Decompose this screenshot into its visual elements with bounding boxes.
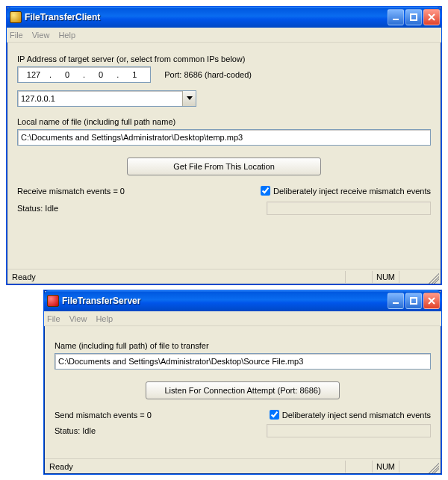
svg-rect-1	[411, 14, 417, 20]
close-icon	[428, 13, 435, 21]
chevron-down-icon	[187, 96, 193, 101]
server-statusbar: Ready NUM	[45, 458, 441, 473]
svg-rect-3	[411, 298, 417, 304]
close-button[interactable]	[423, 9, 440, 25]
statusbar-ready: Ready	[46, 462, 345, 471]
server-title: FileTransferServer	[62, 296, 388, 306]
dropdown-button[interactable]	[182, 91, 196, 106]
client-menubar: File View Help	[7, 28, 441, 43]
maximize-button[interactable]	[405, 9, 422, 25]
server-window: FileTransferServer File View Help Name (…	[43, 290, 442, 475]
file-path-input[interactable]	[17, 129, 431, 146]
maximize-button[interactable]	[405, 293, 422, 309]
dropdown-selected: 127.0.0.1	[21, 94, 182, 103]
client-window: FileTransferClient File View Help IP Add…	[6, 6, 442, 285]
mismatch-counter: Send mismatch events = 0	[55, 411, 152, 420]
status-value-box	[267, 424, 431, 437]
statusbar-cell	[345, 461, 372, 473]
ip-octet-4[interactable]	[120, 69, 149, 80]
file-path-label: Local name of file (including full path …	[17, 117, 431, 126]
close-icon	[428, 297, 435, 305]
statusbar-cell	[399, 271, 426, 283]
menu-file[interactable]: File	[10, 31, 23, 40]
ip-dot: .	[81, 70, 87, 79]
svg-rect-2	[393, 302, 399, 304]
ip-octet-2[interactable]	[53, 69, 81, 80]
client-statusbar: Ready NUM	[7, 269, 441, 284]
ip-octet-1[interactable]	[19, 69, 48, 80]
inject-mismatch-checkbox[interactable]	[270, 410, 279, 420]
ip-dot: .	[115, 70, 120, 79]
menu-file[interactable]: File	[47, 314, 60, 323]
statusbar-num: NUM	[372, 461, 399, 473]
client-titlebar[interactable]: FileTransferClient	[7, 7, 441, 28]
app-icon	[47, 295, 59, 307]
server-menubar: File View Help	[44, 311, 441, 326]
file-path-input[interactable]	[55, 353, 431, 370]
ip-octet-3[interactable]	[87, 69, 115, 80]
menu-view[interactable]: View	[69, 314, 87, 323]
inject-mismatch-checkbox-wrap[interactable]: Deliberately inject send mismatch events	[270, 410, 431, 420]
minimize-icon	[392, 13, 399, 21]
inject-mismatch-checkbox[interactable]	[261, 186, 270, 196]
status-value-box	[267, 202, 431, 215]
ip-input[interactable]: . . .	[17, 66, 151, 83]
mismatch-counter: Receive mismatch events = 0	[17, 187, 125, 196]
maximize-icon	[410, 13, 417, 21]
common-ip-dropdown[interactable]: 127.0.0.1	[17, 90, 196, 107]
statusbar-ready: Ready	[9, 272, 345, 281]
statusbar-num: NUM	[372, 271, 399, 283]
ip-dot: .	[48, 70, 53, 79]
inject-mismatch-checkbox-wrap[interactable]: Deliberately inject receive mismatch eve…	[261, 186, 431, 196]
get-file-button[interactable]: Get File From This Location	[127, 158, 321, 175]
inject-mismatch-label: Deliberately inject receive mismatch eve…	[273, 187, 431, 196]
file-path-label: Name (including full path) of file to tr…	[55, 341, 431, 350]
menu-view[interactable]: View	[32, 31, 50, 40]
menu-help[interactable]: Help	[96, 314, 113, 323]
maximize-icon	[410, 297, 417, 305]
app-icon	[10, 11, 22, 23]
status-label: Status: Idle	[17, 204, 58, 213]
statusbar-cell	[345, 271, 372, 283]
ip-label: IP Address of target server (or, select …	[17, 54, 431, 63]
minimize-button[interactable]	[388, 293, 404, 309]
close-button[interactable]	[423, 293, 440, 309]
inject-mismatch-label: Deliberately inject send mismatch events	[282, 411, 431, 420]
resize-grip-icon[interactable]	[426, 270, 439, 284]
port-label: Port: 8686 (hard-coded)	[164, 70, 252, 79]
minimize-icon	[392, 297, 399, 305]
server-titlebar[interactable]: FileTransferServer	[44, 290, 441, 311]
client-title: FileTransferClient	[25, 12, 388, 22]
minimize-button[interactable]	[388, 9, 404, 25]
resize-grip-icon[interactable]	[426, 460, 439, 473]
svg-rect-0	[393, 19, 399, 20]
statusbar-cell	[399, 461, 426, 473]
listen-button[interactable]: Listen For Connection Attempt (Port: 868…	[146, 381, 340, 399]
menu-help[interactable]: Help	[58, 31, 75, 40]
status-label: Status: Idle	[55, 426, 96, 435]
